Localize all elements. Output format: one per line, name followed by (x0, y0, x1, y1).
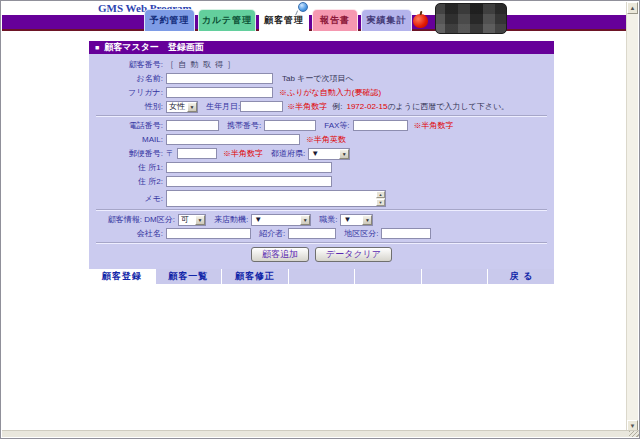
customer-number-value: ［ 自 動 取 得 ］ (166, 59, 236, 70)
mail-row: MAIL: ※半角英数 (89, 133, 554, 146)
occupation-select[interactable]: ▼ ▼ (340, 214, 373, 226)
balloon-icon (298, 2, 308, 12)
tab-report[interactable]: 報告書 (312, 9, 358, 31)
furigana-note: ※ふりがな自動入力(要確認) (279, 87, 381, 98)
birthday-example-prefix: 例: (332, 101, 342, 112)
address1-input[interactable] (166, 162, 332, 173)
birthday-input[interactable] (240, 101, 283, 112)
name-row: お名前: Tab キーで次項目へ (89, 72, 554, 85)
nav-empty-cell (355, 269, 421, 284)
name-label: お名前: (89, 73, 166, 84)
bottom-nav: 顧客登録 顧客一覧 顧客修正 戻 る (89, 269, 554, 284)
nav-label: 顧客一覧 (168, 270, 208, 283)
address2-row: 住 所2: (89, 175, 554, 188)
gender-label: 性別: (89, 101, 166, 112)
furigana-label: フリガナ: (89, 87, 166, 98)
panel-header: ■ 顧客マスター 登録画面 (89, 41, 554, 54)
tab-results-summary[interactable]: 実績集計 (361, 9, 412, 31)
redacted-badge (435, 3, 507, 34)
vertical-scrollbar[interactable]: ▲ ▼ (626, 2, 638, 432)
memo-scrollbar[interactable]: ▲ ▼ (376, 191, 385, 206)
dm-select[interactable]: 可 ▼ (178, 214, 206, 226)
gender-birthday-row: 性別: 女性 ▼ 生年月日: ※半角数字 例: 1972-02-15 のように西… (89, 100, 554, 113)
district-label: 地区区分: (344, 228, 378, 239)
browser-window: GMS Web Program 予約管理 カルテ管理 顧客管理 報告書 実績集計… (0, 0, 640, 439)
tab-label: 予約管理 (150, 14, 190, 27)
add-customer-button[interactable]: 顧客追加 (251, 247, 309, 262)
fax-label: FAX等: (324, 120, 349, 131)
zip-label: 郵便番号: (89, 148, 166, 159)
address2-label: 住 所2: (89, 176, 166, 187)
data-clear-button[interactable]: データクリア (315, 247, 392, 262)
nav-label: 戻 る (509, 270, 533, 283)
nav-customer-edit[interactable]: 顧客修正 (222, 269, 288, 284)
furigana-row: フリガナ: ※ふりがな自動入力(要確認) (89, 86, 554, 99)
visit-motive-value: ▼ (252, 215, 264, 224)
zip-mark: 〒 (166, 148, 174, 159)
section-divider (96, 209, 547, 211)
district-input[interactable] (381, 228, 431, 239)
gender-select[interactable]: 女性 ▼ (166, 101, 198, 113)
birthday-label: 生年月日: (206, 101, 240, 112)
name-input[interactable] (166, 73, 273, 84)
chevron-down-icon: ▼ (300, 215, 310, 225)
birthday-example-suffix: のように西暦で入力して下さい。 (387, 101, 509, 112)
tab-reservation-management[interactable]: 予約管理 (144, 9, 195, 31)
dm-value: 可 (179, 214, 191, 225)
dm-label: DM区分: (144, 215, 175, 224)
fax-input[interactable] (353, 120, 408, 131)
customer-number-row: 顧客番号: ［ 自 動 取 得 ］ (89, 58, 554, 71)
nav-customer-list[interactable]: 顧客一覧 (156, 269, 222, 284)
nav-back[interactable]: 戻 る (488, 269, 554, 284)
company-label: 会社名: (89, 228, 166, 239)
visit-motive-select[interactable]: ▼ ▼ (251, 214, 311, 226)
introducer-label: 紹介者: (259, 228, 285, 239)
section-divider (96, 115, 547, 117)
prefecture-select[interactable]: ▼ ▼ (308, 148, 350, 160)
visit-motive-label: 来店動機: (214, 214, 248, 225)
birthday-example-date: 1972-02-15 (346, 102, 387, 111)
company-row: 会社名: 紹介者: 地区区分: (89, 227, 554, 240)
nav-empty-cell (422, 269, 488, 284)
mail-note: ※半角英数 (306, 134, 346, 145)
action-buttons: 顧客追加 データクリア (89, 247, 554, 262)
introducer-input[interactable] (288, 228, 336, 239)
resize-grip-icon[interactable] (629, 431, 639, 437)
zip-note: ※半角数字 (223, 148, 263, 159)
status-bar (2, 430, 639, 437)
customer-info-label: 顧客情報: (108, 215, 142, 224)
fax-note: ※半角数字 (414, 120, 454, 131)
occupation-value: ▼ (341, 215, 353, 224)
furigana-input[interactable] (166, 87, 273, 98)
tab-customer-management[interactable]: 顧客管理 (259, 9, 309, 31)
chevron-down-icon: ▼ (362, 215, 372, 225)
address1-row: 住 所1: (89, 161, 554, 174)
zip-input[interactable] (177, 148, 217, 159)
memo-textarea[interactable]: ▲ ▼ (166, 190, 386, 207)
prefecture-label: 都道府県: (271, 148, 305, 159)
memo-row: メモ: ▲ ▼ (89, 189, 554, 207)
gender-value: 女性 (167, 101, 187, 112)
tab-label: カルテ管理 (202, 14, 253, 27)
registration-form: 顧客番号: ［ 自 動 取 得 ］ お名前: Tab キーで次項目へ フリガナ:… (89, 54, 554, 269)
mobile-label: 携帯番号: (227, 120, 261, 131)
phone-input[interactable] (166, 120, 219, 131)
customer-number-label: 顧客番号: (89, 59, 166, 70)
apple-icon (413, 14, 428, 28)
scroll-up-icon[interactable]: ▲ (376, 191, 385, 198)
company-input[interactable] (166, 228, 251, 239)
nav-label: 顧客登録 (102, 270, 142, 283)
square-bullet-icon: ■ (95, 44, 99, 51)
nav-customer-register[interactable]: 顧客登録 (89, 269, 155, 284)
scroll-up-icon[interactable]: ▲ (627, 2, 638, 14)
tab-label: 報告書 (320, 14, 350, 27)
chevron-down-icon: ▼ (187, 102, 197, 112)
address1-label: 住 所1: (89, 162, 166, 173)
mobile-input[interactable] (264, 120, 316, 131)
mail-input[interactable] (166, 134, 300, 145)
section-divider (96, 242, 547, 244)
tab-karte-management[interactable]: カルテ管理 (198, 9, 256, 31)
address2-input[interactable] (166, 176, 332, 187)
scroll-down-icon[interactable]: ▼ (376, 199, 385, 206)
name-hint: Tab キーで次項目へ (282, 73, 354, 84)
